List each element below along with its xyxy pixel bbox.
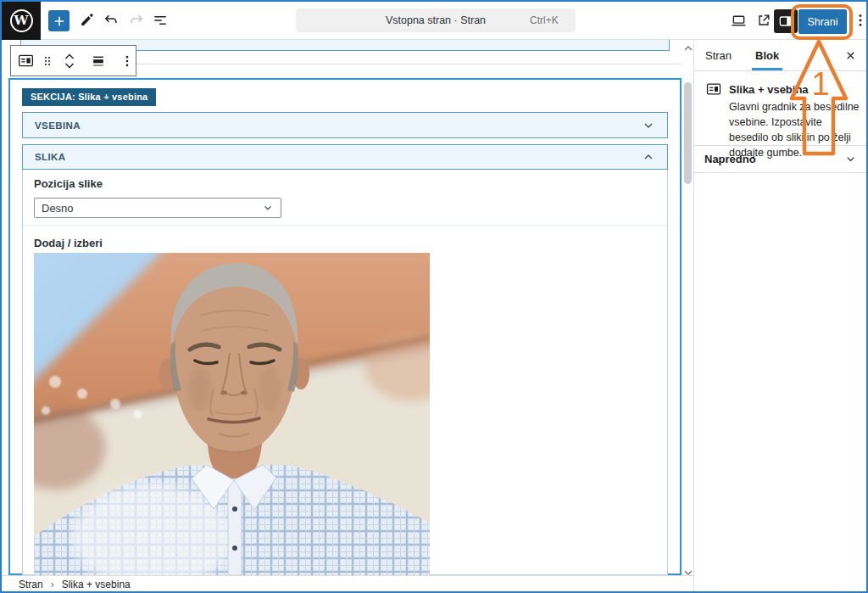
save-button[interactable]: Shrani: [798, 9, 847, 34]
breadcrumb-separator-icon: ›: [51, 579, 54, 590]
list-view-button[interactable]: [149, 9, 171, 31]
image-panel-header[interactable]: SLIKA: [22, 144, 668, 170]
external-link-icon: [755, 12, 772, 29]
media-text-block-icon: [705, 81, 722, 98]
image-position-label: Pozicija slike: [34, 177, 103, 190]
advanced-label: Napredno: [704, 153, 844, 165]
content-panel-label: VSEBINA: [35, 120, 642, 131]
ellipsis-vertical-icon: [120, 53, 135, 69]
redo-button[interactable]: [125, 9, 147, 31]
image-position-select[interactable]: Desno: [34, 198, 281, 218]
chevron-down-icon: [642, 119, 655, 132]
scrollbar-thumb[interactable]: [684, 82, 692, 184]
preview-external-button[interactable]: [753, 9, 775, 31]
tab-page[interactable]: Stran: [693, 40, 743, 70]
move-up-down-icon: [62, 52, 77, 70]
panel-divider: [23, 225, 667, 226]
close-sidebar-button[interactable]: [839, 44, 861, 66]
document-title-button[interactable]: Vstopna stran · Stran Ctrl+K: [296, 8, 576, 32]
add-choose-label: Dodaj / izberi: [34, 237, 103, 249]
section-badge: SEKCIJA: Slika + vsebina: [22, 88, 156, 106]
block-card-title: Slika + vsebina: [729, 83, 809, 96]
sidebar-divider: [693, 172, 868, 173]
selected-image-preview[interactable]: [34, 253, 430, 575]
list-view-icon: [152, 12, 169, 29]
breadcrumb-root[interactable]: Stran: [19, 579, 43, 590]
close-icon: [844, 49, 857, 62]
media-text-block-icon: [17, 52, 35, 70]
sidebar-tabs: Stran Blok: [693, 40, 868, 71]
portrait-photo: [34, 253, 430, 575]
block-mover[interactable]: [59, 51, 80, 71]
document-title: Vstopna stran · Stran: [296, 14, 530, 26]
chevron-down-icon: [844, 153, 857, 165]
drag-dots-icon: [41, 53, 54, 69]
image-panel-label: SLIKA: [35, 152, 642, 162]
content-panel-header[interactable]: VSEBINA: [22, 112, 668, 138]
advanced-section-toggle[interactable]: Napredno: [693, 146, 868, 172]
align-icon: [90, 53, 107, 70]
undo-icon: [103, 12, 120, 29]
block-toolbar: [10, 45, 136, 76]
options-menu-button[interactable]: [849, 9, 868, 31]
tools-button[interactable]: [75, 9, 97, 31]
drag-handle[interactable]: [37, 51, 58, 71]
ellipsis-vertical-icon: [852, 12, 868, 29]
image-position-value: Desno: [42, 202, 262, 215]
wordpress-logo-icon: W: [10, 9, 33, 32]
block-card-icon: [705, 81, 722, 101]
tab-block[interactable]: Blok: [743, 40, 791, 70]
sidebar-panel-icon: [777, 13, 794, 30]
block-options-button[interactable]: [117, 51, 137, 71]
pencil-icon: [79, 13, 95, 29]
laptop-icon: [730, 12, 748, 30]
block-type-button[interactable]: [15, 51, 36, 71]
settings-sidebar-toggle[interactable]: [774, 9, 798, 33]
scrollbar-up-button[interactable]: [683, 41, 693, 56]
undo-button[interactable]: [100, 9, 122, 31]
chevron-up-icon: [642, 150, 655, 164]
redo-icon: [128, 12, 145, 29]
breadcrumb: Stran › Slika + vsebina: [2, 575, 693, 593]
view-button[interactable]: [727, 9, 749, 31]
wordpress-menu-button[interactable]: W: [2, 2, 41, 40]
alignment-button[interactable]: [88, 51, 108, 71]
wordpress-editor-window: W Vstopna stran · Stran Ctrl+K: [0, 0, 868, 593]
block-inserter-button[interactable]: [48, 10, 70, 31]
command-shortcut-hint: Ctrl+K: [530, 14, 576, 26]
plus-icon: [52, 14, 67, 29]
breadcrumb-current[interactable]: Slika + vsebina: [62, 579, 131, 590]
chevron-down-icon: [262, 202, 274, 214]
